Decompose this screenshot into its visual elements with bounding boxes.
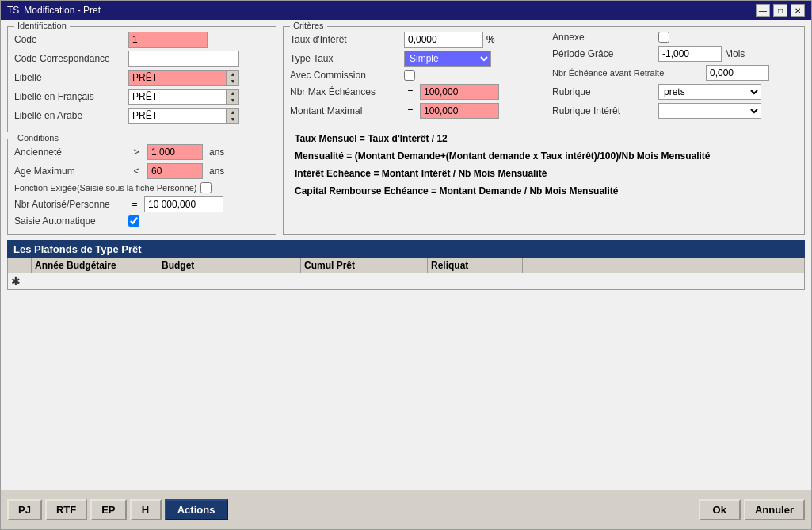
conditions-legend: Conditions (14, 133, 62, 143)
nbr-max-input[interactable] (420, 84, 499, 100)
montant-maximal-label: Montant Maximal (290, 105, 401, 116)
anciennete-label: Ancienneté (14, 147, 125, 158)
age-max-input[interactable] (147, 163, 203, 179)
age-max-row: Age Maximum < ans (14, 163, 269, 179)
nbr-autorise-label: Nbr Autorisé/Personne (14, 199, 125, 210)
libelle-ar-input[interactable] (128, 108, 227, 124)
scroll-down-arrow: ▼ (231, 78, 236, 84)
plafonds-table: Année Budgétaire Budget Cumul Prêt Reliq… (7, 258, 805, 290)
ep-button[interactable]: EP (90, 499, 126, 520)
nbr-autorise-input[interactable] (144, 196, 223, 212)
criteres-legend: Critères (290, 21, 327, 30)
montant-maximal-input[interactable] (420, 103, 499, 119)
rtf-button[interactable]: RTF (45, 499, 87, 520)
col-header-annee: Année Budgétaire (32, 258, 158, 273)
taux-interet-container: % (404, 32, 495, 48)
col-header-cumul: Cumul Prêt (301, 258, 428, 273)
actions-button[interactable]: Actions (165, 499, 228, 520)
plafonds-header: Les Plafonds de Type Prêt (7, 240, 805, 258)
nbr-echeance-input[interactable] (706, 65, 769, 81)
plafonds-section: Les Plafonds de Type Prêt Année Budgétai… (7, 240, 805, 290)
pj-button[interactable]: PJ (7, 499, 42, 520)
anciennete-row: Ancienneté > ans (14, 144, 269, 160)
rubrique-interet-select[interactable] (658, 103, 761, 119)
code-correspondance-row: Code Correspondance (14, 51, 269, 67)
fonction-exigee-row: Fonction Exigée(Saisie sous la fiche Per… (14, 182, 269, 193)
periode-grace-label: Période Grâce (552, 48, 655, 59)
ok-button[interactable]: Ok (699, 499, 741, 520)
libelle-fr-scroll[interactable]: ▲ ▼ (227, 89, 239, 105)
nbr-max-label: Nbr Max Échéances (290, 86, 401, 97)
percent-sign: % (486, 34, 495, 45)
identification-legend: Identification (14, 21, 70, 30)
nbr-max-row: Nbr Max Échéances = (290, 84, 539, 100)
annexe-row: Annexe (552, 32, 798, 43)
anciennete-input[interactable] (147, 144, 203, 160)
col-header-star (8, 258, 32, 273)
code-correspondance-input[interactable] (128, 51, 239, 67)
rubrique-select[interactable]: prets (658, 84, 761, 100)
window-title: Modification - Pret (24, 5, 101, 16)
saisie-auto-checkbox[interactable] (128, 215, 139, 227)
libelle-scroll[interactable]: ▲ ▼ (227, 70, 239, 86)
top-section: Identification Code Code Correspondance … (7, 26, 805, 235)
criteres-col1: Taux d'Intérêt % Type Taux Simple Compos… (290, 32, 539, 122)
taux-interet-input[interactable] (404, 32, 483, 48)
libelle-input[interactable] (128, 70, 227, 86)
type-taux-row: Type Taux Simple Composé (290, 51, 539, 67)
criteres-col2: Annexe Période Grâce Mois Nbr Échéance a (552, 32, 798, 122)
bottom-left-buttons: PJ RTF EP H Actions (7, 499, 228, 520)
criteres-inner: Taux d'Intérêt % Type Taux Simple Compos… (290, 32, 798, 122)
rubrique-interet-label: Rubrique Intérêt (552, 105, 655, 116)
formula1: Taux Mensuel = Taux d'Intérêt / 12 (295, 133, 793, 144)
main-window: TS Modification - Pret — □ ✕ Identificat… (0, 0, 812, 530)
formula4: Capital Rembourse Echéance = Montant Dem… (295, 185, 793, 196)
table-col-headers: Année Budgétaire Budget Cumul Prêt Reliq… (8, 258, 804, 273)
content-area: Identification Code Code Correspondance … (1, 20, 811, 490)
formula2: Mensualité = (Montant Demande+(Montant d… (295, 151, 793, 162)
annexe-checkbox[interactable] (658, 32, 669, 43)
code-row: Code (14, 32, 269, 48)
star-indicator: ✱ (11, 275, 21, 288)
libelle-fr-input[interactable] (128, 89, 227, 105)
libelle-ar-scroll[interactable]: ▲ ▼ (227, 108, 239, 124)
scroll-up-arrow: ▲ (231, 71, 236, 77)
annuler-button[interactable]: Annuler (744, 499, 805, 520)
type-taux-select[interactable]: Simple Composé (404, 51, 491, 67)
annexe-label: Annexe (552, 32, 655, 43)
libelle-fr-container: ▲ ▼ (128, 89, 239, 105)
avec-commission-row: Avec Commission (290, 70, 539, 81)
rubrique-label: Rubrique (552, 86, 655, 97)
maximize-button[interactable]: □ (773, 4, 787, 17)
montant-maximal-equals: = (404, 105, 417, 116)
code-input[interactable] (128, 32, 208, 48)
table-new-row: ✱ (8, 273, 804, 289)
libelle-input-container: ▲ ▼ (128, 70, 239, 86)
libelle-ar-container: ▲ ▼ (128, 108, 239, 124)
libelle-row: Libellé ▲ ▼ (14, 70, 269, 86)
conditions-section: Conditions Ancienneté > ans Age Maximum … (7, 139, 276, 235)
rubrique-row: Rubrique prets (552, 84, 798, 100)
h-button[interactable]: H (130, 499, 162, 520)
minimize-button[interactable]: — (756, 4, 770, 17)
title-bar: TS Modification - Pret — □ ✕ (1, 1, 811, 20)
fonction-exigee-checkbox[interactable] (200, 182, 212, 193)
formula2-text: Mensualité = (Montant Demande+(Montant d… (295, 151, 711, 162)
close-button[interactable]: ✕ (791, 4, 805, 17)
left-panel: Identification Code Code Correspondance … (7, 26, 276, 235)
scroll-down-arrow2: ▼ (231, 97, 236, 103)
mois-label: Mois (725, 48, 745, 59)
libelle-fr-label: Libellé en Français (14, 91, 125, 102)
nbr-autorise-row: Nbr Autorisé/Personne = (14, 196, 269, 212)
col-header-budget: Budget (158, 258, 301, 273)
avec-commission-checkbox[interactable] (404, 70, 415, 81)
title-bar-left: TS Modification - Pret (7, 5, 101, 16)
periode-grace-row: Période Grâce Mois (552, 46, 798, 62)
periode-grace-container: Mois (658, 46, 745, 62)
formula3-text: Intérêt Echéance = Montant Intérêt / Nb … (295, 168, 547, 179)
plafonds-title: Les Plafonds de Type Prêt (13, 243, 142, 255)
code-label: Code (14, 34, 125, 45)
periode-grace-input[interactable] (658, 46, 722, 62)
title-controls: — □ ✕ (756, 4, 805, 17)
saisie-auto-label: Saisie Automatique (14, 215, 125, 227)
